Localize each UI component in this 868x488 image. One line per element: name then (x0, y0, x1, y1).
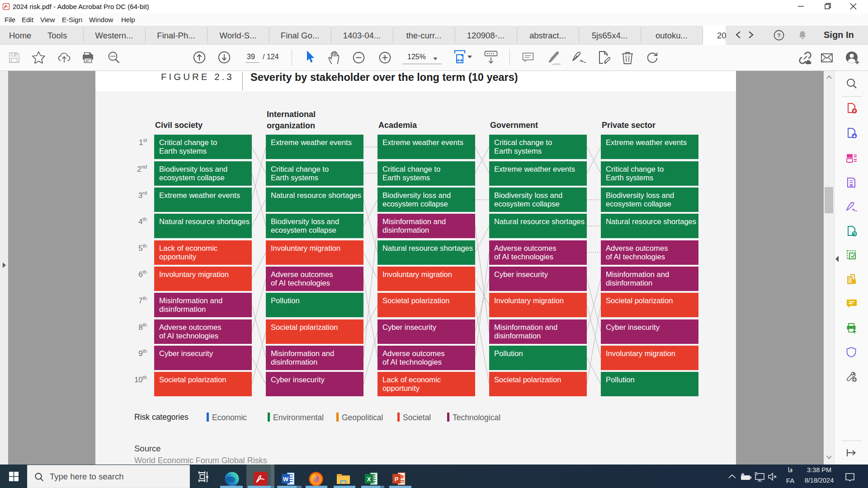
svg-text:P: P (395, 476, 399, 483)
svg-text:W: W (283, 476, 289, 483)
svg-text:X: X (367, 476, 371, 483)
